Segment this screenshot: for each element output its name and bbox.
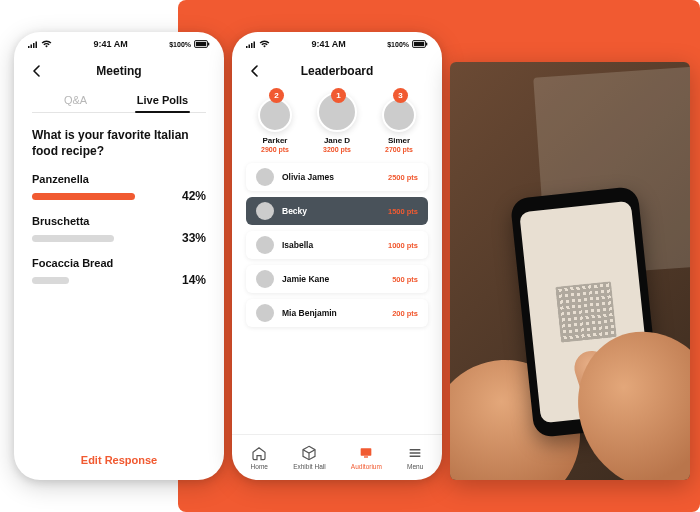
svg-rect-10 (254, 41, 256, 48)
tab-auditorium[interactable]: Auditorium (351, 445, 382, 470)
podium-name: Jane D (324, 136, 350, 145)
option-percent: 14% (174, 273, 206, 287)
podium-entry[interactable]: 2Parker2900 pts (248, 92, 302, 153)
tab-label: Exhibit Hall (293, 463, 326, 470)
poll-options: Panzenella42%Bruschetta33%Focaccia Bread… (32, 173, 206, 287)
row-name: Mia Benjamin (282, 308, 392, 318)
row-name: Jamie Kane (282, 274, 392, 284)
avatar (256, 202, 274, 220)
tab-qa[interactable]: Q&A (32, 86, 119, 112)
chevron-left-icon (32, 65, 41, 77)
row-name: Olivia James (282, 172, 388, 182)
podium-entry[interactable]: 1Jane D3200 pts (310, 92, 364, 153)
option-percent: 42% (174, 189, 206, 203)
battery-text: $100% (169, 41, 191, 48)
page-title: Meeting (14, 64, 224, 78)
svg-rect-13 (426, 43, 427, 46)
option-label: Focaccia Bread (32, 257, 206, 269)
row-points: 500 pts (392, 275, 418, 284)
signal-icon (28, 41, 38, 48)
tab-exhibit-hall[interactable]: Exhibit Hall (293, 445, 326, 470)
podium-points: 2900 pts (261, 146, 289, 153)
avatar (258, 98, 292, 132)
tab-label: Home (251, 463, 268, 470)
qr-scan-photo (450, 62, 690, 480)
phone-leaderboard: 9:41 AM $100% Leaderboard 2Parker2900 pt… (232, 32, 442, 480)
wifi-icon (41, 40, 52, 48)
topbar: Leaderboard (232, 56, 442, 86)
poll-question: What is your favorite Italian food recip… (32, 127, 206, 159)
rank-badge: 2 (269, 88, 284, 103)
svg-rect-9 (251, 43, 253, 48)
leaderboard-row[interactable]: Becky1500 pts (246, 197, 428, 225)
option-bar (32, 193, 164, 200)
poll-option[interactable]: Focaccia Bread14% (32, 257, 206, 287)
option-percent: 33% (174, 231, 206, 245)
row-points: 1000 pts (388, 241, 418, 250)
row-points: 1500 pts (388, 207, 418, 216)
edit-response-button[interactable]: Edit Response (14, 448, 224, 480)
option-bar (32, 235, 164, 242)
leaderboard-row[interactable]: Mia Benjamin200 pts (246, 299, 428, 327)
wifi-icon (259, 40, 270, 48)
svg-rect-12 (414, 42, 424, 46)
leaderboard-row[interactable]: Olivia James2500 pts (246, 163, 428, 191)
page-title: Leaderboard (232, 64, 442, 78)
bottom-tabbar: Home Exhibit Hall Auditorium Menu (232, 434, 442, 480)
leaderboard-podium: 2Parker2900 pts1Jane D3200 pts3Simer2700… (232, 86, 442, 163)
back-button[interactable] (246, 63, 262, 79)
avatar (382, 98, 416, 132)
battery-icon (194, 40, 210, 48)
option-label: Bruschetta (32, 215, 206, 227)
tab-menu[interactable]: Menu (407, 445, 423, 470)
status-bar: 9:41 AM $100% (14, 32, 224, 56)
row-points: 200 pts (392, 309, 418, 318)
leaderboard-list: Olivia James2500 ptsBecky1500 ptsIsabell… (232, 163, 442, 327)
qr-code-icon (555, 281, 617, 343)
poll-option[interactable]: Panzenella42% (32, 173, 206, 203)
phone-meeting: 9:41 AM $100% Meeting Q&A Live Polls Wha… (14, 32, 224, 480)
podium-points: 3200 pts (323, 146, 351, 153)
back-button[interactable] (28, 63, 44, 79)
rank-badge: 3 (393, 88, 408, 103)
podium-name: Parker (263, 136, 288, 145)
podium-name: Simer (388, 136, 410, 145)
tab-home[interactable]: Home (251, 445, 268, 470)
auditorium-icon (358, 445, 374, 461)
box-icon (301, 445, 317, 461)
rank-badge: 1 (331, 88, 346, 103)
svg-rect-5 (196, 42, 206, 46)
status-time: 9:41 AM (52, 39, 169, 49)
svg-rect-7 (246, 46, 248, 48)
battery-icon (412, 40, 428, 48)
avatar (256, 236, 274, 254)
svg-rect-14 (361, 448, 372, 455)
podium-entry[interactable]: 3Simer2700 pts (372, 92, 426, 153)
svg-rect-15 (364, 456, 368, 457)
poll-content: What is your favorite Italian food recip… (14, 113, 224, 288)
svg-rect-1 (31, 44, 33, 48)
option-bar (32, 277, 164, 284)
status-bar: 9:41 AM $100% (232, 32, 442, 56)
menu-icon (407, 445, 423, 461)
poll-option[interactable]: Bruschetta33% (32, 215, 206, 245)
row-name: Isabella (282, 240, 388, 250)
svg-rect-6 (208, 43, 209, 46)
status-time: 9:41 AM (270, 39, 387, 49)
tab-label: Auditorium (351, 463, 382, 470)
option-label: Panzenella (32, 173, 206, 185)
leaderboard-row[interactable]: Isabella1000 pts (246, 231, 428, 259)
svg-rect-8 (249, 44, 251, 48)
leaderboard-row[interactable]: Jamie Kane500 pts (246, 265, 428, 293)
chevron-left-icon (250, 65, 259, 77)
signal-icon (246, 41, 256, 48)
home-icon (251, 445, 267, 461)
row-name: Becky (282, 206, 388, 216)
tab-live-polls[interactable]: Live Polls (119, 86, 206, 112)
svg-rect-0 (28, 46, 30, 48)
podium-points: 2700 pts (385, 146, 413, 153)
battery-text: $100% (387, 41, 409, 48)
tab-label: Menu (407, 463, 423, 470)
topbar: Meeting (14, 56, 224, 86)
avatar (256, 270, 274, 288)
